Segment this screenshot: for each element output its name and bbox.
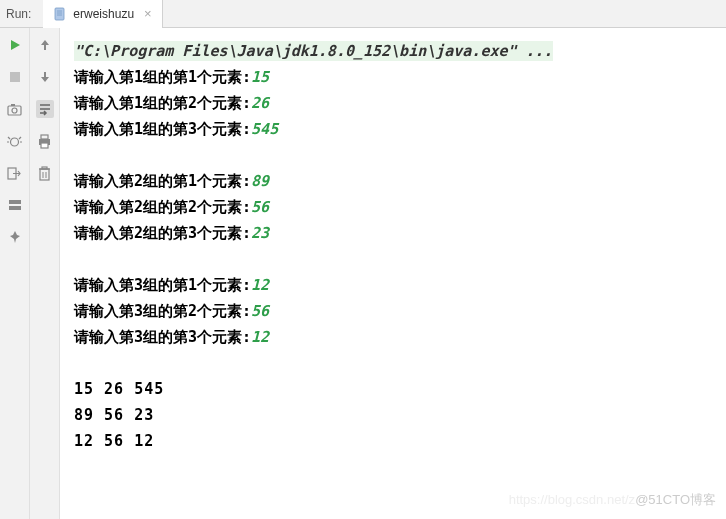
blank-line: [74, 246, 712, 272]
svg-point-7: [12, 108, 17, 113]
svg-rect-5: [10, 72, 20, 82]
prompt-line: 请输入第1组的第2个元素:26: [74, 90, 712, 116]
prompt-line: 请输入第1组的第3个元素:545: [74, 116, 712, 142]
prompt-line: 请输入第2组的第3个元素:23: [74, 220, 712, 246]
prompt-text: 请输入第3组的第3个元素:: [74, 324, 251, 350]
trash-icon[interactable]: [36, 164, 54, 182]
panel-header: Run: erweishuzu ×: [0, 0, 726, 28]
close-icon[interactable]: ×: [144, 6, 152, 21]
watermark-url: https://blog.csdn.net/z: [509, 492, 635, 507]
prompt-text: 请输入第2组的第3个元素:: [74, 220, 251, 246]
run-tab[interactable]: erweishuzu ×: [43, 0, 162, 28]
prompt-line: 请输入第3组的第3个元素:12: [74, 324, 712, 350]
svg-line-11: [19, 137, 21, 139]
input-value: 15: [251, 64, 269, 90]
input-value: 26: [251, 90, 269, 116]
body-area: "C:\Program Files\Java\jdk1.8.0_152\bin\…: [0, 28, 726, 519]
down-arrow-icon[interactable]: [36, 68, 54, 86]
svg-line-10: [8, 137, 10, 139]
run-label: Run:: [0, 7, 43, 21]
svg-rect-0: [55, 8, 64, 20]
print-icon[interactable]: [36, 132, 54, 150]
layout-icon[interactable]: [6, 196, 24, 214]
watermark-text: @51CTO博客: [635, 492, 716, 507]
pin-icon[interactable]: [6, 228, 24, 246]
output-row: 89 56 23: [74, 402, 712, 428]
input-value: 56: [251, 194, 269, 220]
prompt-text: 请输入第3组的第2个元素:: [74, 298, 251, 324]
svg-rect-21: [41, 143, 48, 148]
prompt-line: 请输入第3组的第1个元素:12: [74, 272, 712, 298]
soft-wrap-icon[interactable]: [36, 100, 54, 118]
up-arrow-icon[interactable]: [36, 36, 54, 54]
svg-point-9: [11, 138, 19, 146]
input-value: 545: [251, 116, 278, 142]
toolbar-right: [30, 28, 60, 519]
output-row: 12 56 12: [74, 428, 712, 454]
svg-rect-22: [40, 169, 49, 180]
stop-icon[interactable]: [6, 68, 24, 86]
input-value: 12: [251, 324, 269, 350]
watermark: https://blog.csdn.net/z@51CTO博客: [509, 487, 716, 513]
tab-name: erweishuzu: [73, 7, 134, 21]
svg-marker-4: [11, 40, 20, 50]
prompt-text: 请输入第1组的第1个元素:: [74, 64, 251, 90]
prompt-line: 请输入第3组的第2个元素:56: [74, 298, 712, 324]
input-value: 89: [251, 168, 269, 194]
svg-rect-19: [41, 135, 48, 139]
blank-line: [74, 142, 712, 168]
svg-rect-6: [8, 106, 21, 115]
camera-icon[interactable]: [6, 100, 24, 118]
prompt-text: 请输入第1组的第3个元素:: [74, 116, 251, 142]
exit-icon[interactable]: [6, 164, 24, 182]
prompt-line: 请输入第2组的第2个元素:56: [74, 194, 712, 220]
svg-rect-24: [42, 167, 47, 169]
blank-line: [74, 350, 712, 376]
input-value: 12: [251, 272, 269, 298]
debug-icon[interactable]: [6, 132, 24, 150]
prompt-line: 请输入第2组的第1个元素:89: [74, 168, 712, 194]
input-value: 56: [251, 298, 269, 324]
input-value: 23: [251, 220, 269, 246]
run-icon[interactable]: [6, 36, 24, 54]
output-row: 15 26 545: [74, 376, 712, 402]
svg-rect-8: [11, 104, 15, 106]
prompt-line: 请输入第1组的第1个元素:15: [74, 64, 712, 90]
file-icon: [53, 7, 67, 21]
svg-rect-15: [9, 200, 21, 204]
prompt-text: 请输入第2组的第1个元素:: [74, 168, 251, 194]
prompt-text: 请输入第3组的第1个元素:: [74, 272, 251, 298]
command-line: "C:\Program Files\Java\jdk1.8.0_152\bin\…: [74, 41, 553, 61]
svg-rect-16: [9, 206, 21, 210]
prompt-text: 请输入第2组的第2个元素:: [74, 194, 251, 220]
prompt-text: 请输入第1组的第2个元素:: [74, 90, 251, 116]
console-output[interactable]: "C:\Program Files\Java\jdk1.8.0_152\bin\…: [60, 28, 726, 519]
toolbar-left: [0, 28, 30, 519]
